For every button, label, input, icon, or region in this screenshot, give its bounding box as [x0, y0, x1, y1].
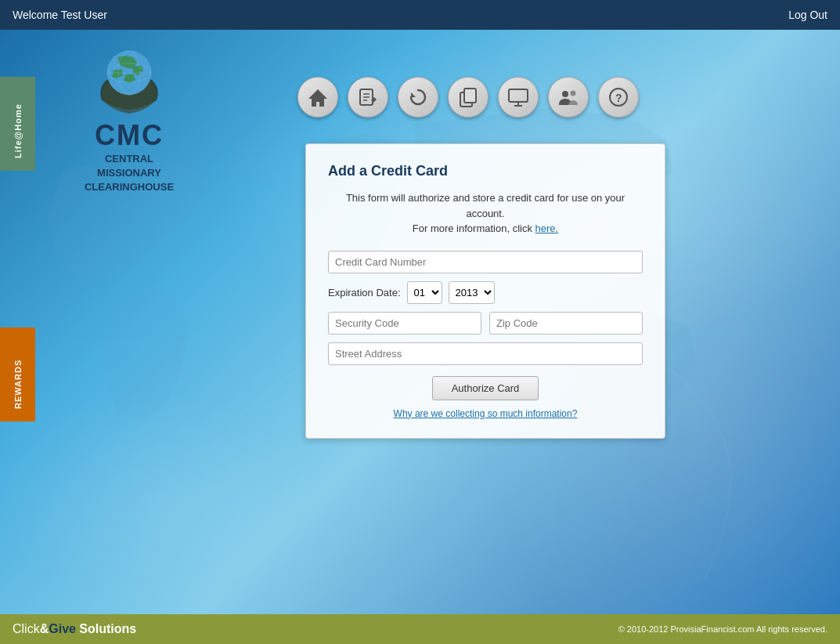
- logo-cmc: CMC: [85, 119, 174, 152]
- header: Welcome Test User Log Out: [0, 0, 840, 30]
- footer-logo-give: Give: [49, 622, 76, 635]
- footer-copyright: © 2010-2012 ProvisiaFinancist.com All ri…: [618, 624, 827, 634]
- logo-text: CMC CENTRAL MISSIONARY CLEARINGHOUSE: [85, 119, 174, 195]
- form-desc-line2: For more information, click: [413, 223, 532, 234]
- copy-icon: [457, 86, 479, 108]
- life-tab-label: Life@Home: [13, 103, 23, 158]
- main-content: Life@Home REWARDS CMC C: [0, 30, 840, 614]
- logout-button[interactable]: Log Out: [788, 9, 827, 21]
- authorize-button[interactable]: Authorize Card: [432, 376, 539, 400]
- street-address-input[interactable]: [328, 342, 643, 365]
- home-nav-button[interactable]: [297, 77, 338, 118]
- card-number-row: [328, 251, 643, 273]
- rewards-tab-label: REWARDS: [13, 360, 23, 409]
- home-icon: [307, 86, 329, 108]
- expiry-row: Expiration Date: 01020304 05060708 09101…: [328, 281, 643, 304]
- monitor-nav-button[interactable]: [498, 77, 539, 118]
- edit-icon: [357, 86, 379, 108]
- form-desc-line1: This form will authorize and store a cre…: [346, 192, 625, 219]
- logo-area: CMC CENTRAL MISSIONARY CLEARINGHOUSE: [43, 45, 215, 195]
- footer-logo-amp: &: [40, 622, 49, 635]
- welcome-text: Welcome Test User: [13, 9, 107, 21]
- left-sidebar: Life@Home REWARDS: [0, 30, 35, 614]
- footer: Click&Give Solutions © 2010-2012 Provisi…: [0, 614, 840, 644]
- logo-globe-svg: [90, 45, 168, 116]
- logo-sub: CENTRAL MISSIONARY CLEARINGHOUSE: [85, 152, 174, 195]
- nav-icons: ?: [297, 77, 639, 118]
- footer-logo: Click&Give Solutions: [13, 622, 136, 636]
- svg-point-24: [571, 91, 576, 96]
- svg-rect-19: [464, 89, 476, 103]
- footer-logo-click: Click: [13, 622, 40, 635]
- help-icon: ?: [607, 86, 629, 108]
- sidebar-tab-rewards[interactable]: REWARDS: [0, 327, 35, 421]
- svg-text:?: ?: [615, 92, 622, 104]
- form-description: This form will authorize and store a cre…: [328, 190, 643, 237]
- users-nav-button[interactable]: [548, 77, 589, 118]
- card-number-input[interactable]: [328, 251, 643, 273]
- street-row: [328, 342, 643, 365]
- info-link[interactable]: Why are we collecting so much informatio…: [328, 408, 643, 419]
- svg-point-23: [562, 91, 568, 97]
- svg-marker-17: [411, 92, 416, 97]
- monitor-icon: [507, 86, 529, 108]
- expiry-year-select[interactable]: 2013201420152016 2017201820192020: [449, 281, 495, 304]
- copy-nav-button[interactable]: [448, 77, 488, 118]
- security-zip-row: [328, 312, 643, 335]
- form-title: Add a Credit Card: [328, 163, 643, 179]
- refresh-nav-button[interactable]: [398, 77, 438, 118]
- sidebar-tab-life[interactable]: Life@Home: [0, 77, 35, 171]
- expiry-label: Expiration Date:: [328, 287, 401, 298]
- users-icon: [557, 86, 579, 108]
- expiry-month-select[interactable]: 01020304 05060708 09101112: [407, 281, 442, 304]
- zip-code-input[interactable]: [489, 312, 643, 335]
- security-code-input[interactable]: [328, 312, 481, 335]
- refresh-icon: [407, 86, 429, 108]
- svg-marker-12: [308, 89, 327, 107]
- edit-nav-button[interactable]: [348, 77, 388, 118]
- footer-logo-solutions: Solutions: [76, 622, 136, 635]
- svg-rect-20: [509, 89, 528, 102]
- help-nav-button[interactable]: ?: [598, 77, 639, 118]
- credit-card-form-panel: Add a Credit Card This form will authori…: [305, 143, 665, 439]
- here-link[interactable]: here.: [535, 223, 559, 234]
